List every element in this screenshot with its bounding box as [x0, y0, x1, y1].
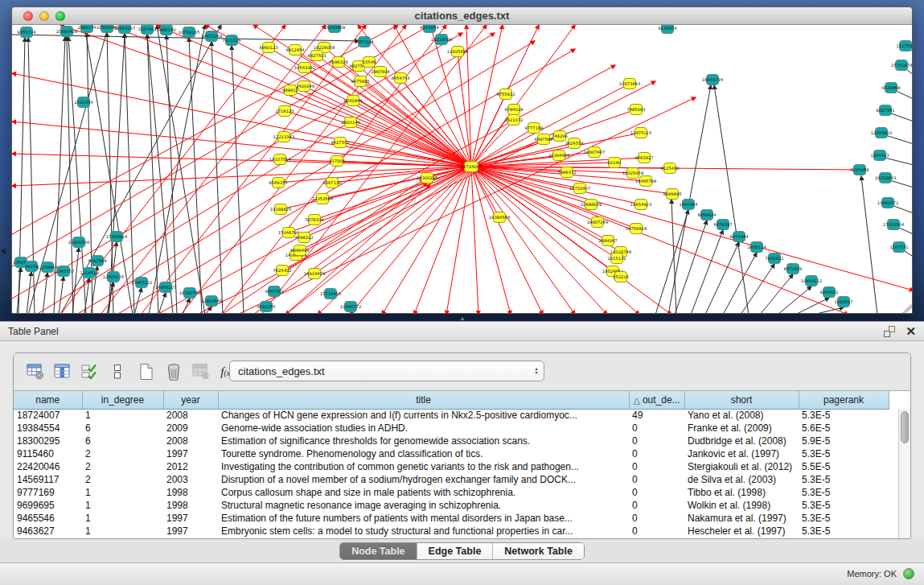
network-node[interactable]: 7632621	[765, 253, 783, 264]
table-cell[interactable]: Wolkin et al. (1998)	[684, 499, 799, 512]
table-cell[interactable]: Dudbridge et al. (2008)	[684, 435, 799, 447]
table-cell[interactable]: 2008	[163, 409, 218, 422]
network-edge[interactable]	[861, 176, 877, 314]
table-cell[interactable]: 1	[82, 486, 163, 499]
network-node[interactable]: 15718485	[320, 289, 341, 299]
table-cell[interactable]: 2	[82, 460, 163, 473]
column-header-pagerank[interactable]: pagerank	[799, 391, 889, 409]
network-node[interactable]: 9097588	[88, 256, 106, 266]
network-node[interactable]: 12975115	[630, 128, 651, 138]
table-cell[interactable]: 9777169	[14, 486, 82, 499]
network-node[interactable]: 9475685	[351, 76, 369, 87]
table-row[interactable]: 1830029562008Estimation of significance …	[14, 435, 889, 447]
new-table-icon[interactable]	[136, 361, 157, 382]
table-cell[interactable]: 1	[82, 512, 163, 525]
network-node[interactable]: 8912954	[285, 45, 305, 56]
network-edge[interactable]	[655, 210, 688, 314]
table-cell[interactable]: 2012	[163, 460, 218, 473]
table-cell[interactable]: 0	[629, 447, 684, 460]
network-node[interactable]: 17016504	[883, 220, 905, 230]
network-node[interactable]: 16648794	[702, 75, 724, 85]
network-node[interactable]: 2935114	[747, 242, 766, 253]
panel-collapse-arrow[interactable]	[1, 248, 6, 254]
table-cell[interactable]: Corpus callosum shape and size in male p…	[218, 486, 629, 499]
network-node[interactable]: 3824554	[565, 138, 584, 149]
network-node[interactable]: 8215958	[850, 165, 869, 175]
column-header-name[interactable]: name	[14, 391, 82, 409]
network-node[interactable]: 2369174	[77, 25, 97, 33]
network-node[interactable]: 10654112	[801, 276, 822, 286]
table-cell[interactable]: 5.3E-5	[799, 447, 889, 460]
table-row[interactable]: 1938455462009Genome-wide association stu…	[14, 422, 889, 435]
network-node[interactable]: 15720407	[569, 183, 590, 194]
network-node[interactable]: 9355724	[17, 27, 36, 38]
table-cell[interactable]: 1997	[163, 512, 218, 525]
table-cell[interactable]: Disruption of a novel member of a sodium…	[218, 473, 629, 486]
table-cell[interactable]: 5.3E-5	[799, 512, 889, 525]
table-cell[interactable]: 0	[629, 473, 684, 486]
column-header-out_de[interactable]: △out_de...	[629, 391, 684, 409]
network-node[interactable]: 12353594	[312, 194, 334, 204]
table-cell[interactable]: 2003	[163, 473, 218, 486]
network-node[interactable]: 8454743	[391, 73, 409, 84]
table-cell[interactable]: 5.3E-5	[799, 409, 889, 422]
table-cell[interactable]: Stergiakouli et al. (2012)	[684, 460, 799, 473]
table-cell[interactable]: 18300295	[14, 435, 82, 447]
network-edge[interactable]	[125, 34, 134, 314]
table-cell[interactable]: Estimation of the future numbers of pati…	[218, 512, 629, 525]
table-cell[interactable]: 1998	[163, 499, 218, 512]
network-node[interactable]: 15546	[363, 57, 376, 68]
network-edge[interactable]	[675, 220, 707, 314]
network-node[interactable]: 8471676	[783, 264, 802, 274]
table-row[interactable]: 969969511998Structural magnetic resonanc…	[14, 499, 889, 512]
network-node[interactable]: 989612	[282, 85, 298, 96]
table-cell[interactable]: 2008	[163, 435, 218, 447]
network-node[interactable]: 9463627	[634, 153, 653, 163]
network-node[interactable]: 20691406	[56, 27, 77, 37]
network-edge[interactable]	[12, 33, 462, 299]
table-cell[interactable]: Tibbo et al. (1998)	[684, 486, 799, 499]
network-node[interactable]: 10653267	[114, 25, 135, 34]
table-cell[interactable]: 5.3E-5	[799, 525, 889, 538]
table-cell[interactable]: de Silva et al. (2003)	[684, 473, 799, 486]
network-edge[interactable]	[18, 38, 25, 314]
table-cell[interactable]: 1	[82, 525, 163, 538]
table-cell[interactable]: Jankovic et al. (1997)	[684, 447, 799, 460]
network-node[interactable]: 1244413	[870, 150, 889, 161]
table-cell[interactable]: 5.3E-5	[799, 473, 889, 486]
network-node[interactable]: 1640954	[679, 200, 698, 210]
network-node[interactable]: 16914479	[304, 269, 325, 279]
table-cell[interactable]: 0	[629, 512, 684, 525]
network-edge[interactable]	[157, 25, 205, 314]
table-settings-icon[interactable]	[25, 361, 46, 382]
table-cell[interactable]: 5.3E-5	[799, 499, 889, 512]
table-cell[interactable]: 19384554	[14, 422, 82, 435]
table-cell[interactable]: 49	[629, 409, 684, 422]
table-cell[interactable]: 9465546	[14, 512, 82, 525]
tab-edge-table[interactable]: Edge Table	[417, 543, 494, 559]
table-cell[interactable]: 6	[82, 422, 163, 435]
network-node[interactable]: 9115460	[660, 163, 679, 174]
network-node[interactable]: 7986372	[557, 167, 576, 178]
network-edge[interactable]	[332, 167, 471, 183]
network-node[interactable]: 10046772	[340, 302, 361, 312]
table-cell[interactable]: 9115460	[14, 447, 82, 460]
table-cell[interactable]: 6	[82, 435, 163, 447]
table-cell[interactable]: 1	[82, 499, 163, 512]
network-node[interactable]: 15751874	[891, 60, 912, 71]
table-cell[interactable]: Structural magnetic resonance image aver…	[218, 499, 629, 512]
network-node[interactable]: 12923448	[201, 296, 222, 307]
table-cell[interactable]: 1997	[163, 447, 218, 460]
network-node[interactable]: 6794028	[504, 105, 523, 115]
network-edge[interactable]	[285, 111, 471, 167]
table-cell[interactable]: Yano et al. (2008)	[684, 409, 799, 422]
network-node[interactable]: 9474444	[729, 232, 749, 242]
network-node[interactable]: 18107554	[269, 154, 291, 165]
table-cell[interactable]: 0	[629, 435, 684, 447]
network-edge[interactable]	[72, 248, 79, 314]
table-cell[interactable]: Genome-wide association studies in ADHD.	[218, 422, 629, 435]
network-edge[interactable]	[705, 242, 739, 314]
network-node[interactable]: 746266	[552, 131, 568, 142]
network-node[interactable]: 16033809	[324, 25, 345, 33]
network-node[interactable]: 1117534	[896, 41, 912, 51]
